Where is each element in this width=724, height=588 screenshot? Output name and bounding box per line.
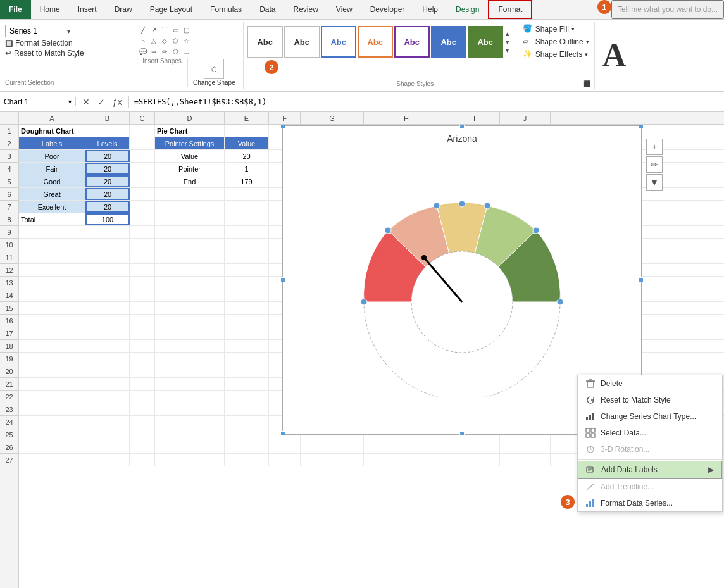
ctx-delete[interactable]: Delete bbox=[578, 375, 722, 392]
row-num-11[interactable]: 11 bbox=[0, 251, 18, 264]
tab-developer[interactable]: Developer bbox=[361, 0, 414, 19]
cell-a9[interactable] bbox=[19, 226, 85, 238]
cell-d4[interactable]: Pointer bbox=[155, 163, 225, 175]
row-num-16[interactable]: 16 bbox=[0, 315, 18, 327]
cell-b5[interactable]: 20 bbox=[85, 175, 130, 187]
shape-custom-btn[interactable]: ⬡ bbox=[170, 46, 180, 56]
cell-c1[interactable] bbox=[130, 125, 155, 137]
cell-a8[interactable]: Total bbox=[19, 213, 85, 225]
change-shape-button[interactable]: ⬡ Change Shape bbox=[187, 58, 240, 87]
cell-b9[interactable] bbox=[85, 226, 130, 238]
name-box[interactable]: Chart 1 ▾ bbox=[0, 97, 76, 106]
chart-handle-ml[interactable] bbox=[280, 277, 285, 282]
shape-star-btn[interactable]: ☆ bbox=[181, 35, 191, 46]
tab-file[interactable]: File bbox=[0, 0, 31, 19]
col-header-b[interactable]: B bbox=[85, 112, 130, 124]
cell-b1[interactable] bbox=[85, 125, 130, 137]
format-selection-button[interactable]: 🔲 Format Selection bbox=[5, 39, 128, 47]
shape-fill-arrow[interactable]: ▾ bbox=[571, 26, 575, 32]
row-num-26[interactable]: 26 bbox=[0, 441, 18, 454]
shape-tri-btn[interactable]: △ bbox=[149, 35, 159, 46]
cell-a6[interactable]: Great bbox=[19, 188, 85, 200]
shape-effects-arrow[interactable]: ▾ bbox=[585, 51, 588, 58]
cell-b7[interactable]: 20 bbox=[85, 201, 130, 213]
cell-e3[interactable]: 20 bbox=[225, 150, 269, 162]
ctx-add-data-labels[interactable]: Add Data Labels ▶ bbox=[578, 461, 722, 479]
tab-design[interactable]: Design bbox=[447, 0, 488, 19]
row-num-4[interactable]: 4 bbox=[0, 163, 18, 175]
ctx-select-data[interactable]: Select Data... bbox=[578, 425, 722, 441]
series-dropdown[interactable]: Series 1 ▾ bbox=[5, 25, 128, 37]
style-swatch-2[interactable]: Abc bbox=[321, 26, 356, 58]
shape-more-btn[interactable]: … bbox=[181, 46, 191, 56]
row-num-5[interactable]: 5 bbox=[0, 175, 18, 188]
col-header-g[interactable]: G bbox=[301, 112, 364, 124]
cell-b3[interactable]: 20 bbox=[85, 150, 130, 162]
col-header-j[interactable]: J bbox=[500, 112, 551, 124]
row-num-1[interactable]: 1 bbox=[0, 125, 18, 137]
styles-scroll-up[interactable]: ▲ bbox=[504, 30, 511, 37]
cell-e4[interactable]: 1 bbox=[225, 163, 269, 175]
shape-outline-arrow[interactable]: ▾ bbox=[586, 39, 589, 45]
row-num-14[interactable]: 14 bbox=[0, 289, 18, 302]
chart-handle-tm[interactable] bbox=[459, 125, 465, 128]
style-swatch-5[interactable]: Abc bbox=[431, 26, 466, 58]
row-num-10[interactable]: 10 bbox=[0, 239, 18, 251]
style-swatch-4[interactable]: Abc bbox=[394, 26, 430, 58]
tab-view[interactable]: View bbox=[327, 0, 361, 19]
chart-add-elements-button[interactable]: + bbox=[646, 139, 663, 155]
chart-handle-mr[interactable] bbox=[639, 277, 644, 282]
row-num-19[interactable]: 19 bbox=[0, 353, 18, 365]
row-num-6[interactable]: 6 bbox=[0, 188, 18, 201]
row-num-20[interactable]: 20 bbox=[0, 365, 18, 378]
cell-a1[interactable]: Doughnut Chart bbox=[19, 125, 85, 137]
tab-page-layout[interactable]: Page Layout bbox=[141, 0, 201, 19]
cell-d7[interactable] bbox=[155, 201, 225, 213]
cell-b6[interactable]: 20 bbox=[85, 188, 130, 200]
chart-handle-tr[interactable] bbox=[639, 125, 644, 128]
style-swatch-0[interactable]: Abc bbox=[247, 26, 283, 58]
cell-d8[interactable] bbox=[155, 213, 225, 225]
cell-e2[interactable]: Value bbox=[225, 137, 269, 149]
chart-style-button[interactable]: ✏ bbox=[646, 156, 663, 173]
shape-styles-expand-icon[interactable]: ⬛ bbox=[583, 80, 590, 87]
row-num-13[interactable]: 13 bbox=[0, 277, 18, 289]
cell-a2[interactable]: Labels bbox=[19, 137, 85, 149]
cell-a3[interactable]: Poor bbox=[19, 150, 85, 162]
shape-effects-button[interactable]: ✨ Shape Effects ▾ bbox=[521, 49, 590, 60]
tell-me-input[interactable]: Tell me what you want to do... bbox=[611, 0, 724, 19]
row-num-17[interactable]: 17 bbox=[0, 327, 18, 340]
cell-a5[interactable]: Good bbox=[19, 175, 85, 187]
row-num-3[interactable]: 3 bbox=[0, 150, 18, 163]
ctx-change-series[interactable]: Change Series Chart Type... bbox=[578, 408, 722, 425]
cell-c2[interactable] bbox=[130, 137, 155, 149]
shape-rect-btn[interactable]: ▭ bbox=[170, 25, 180, 35]
col-header-d[interactable]: D bbox=[155, 112, 225, 124]
col-header-i[interactable]: I bbox=[449, 112, 500, 124]
row-num-24[interactable]: 24 bbox=[0, 416, 18, 428]
cell-c5[interactable] bbox=[130, 175, 155, 187]
chart-handle-tl[interactable] bbox=[280, 125, 285, 128]
cell-e7[interactable] bbox=[225, 201, 269, 213]
tab-draw[interactable]: Draw bbox=[106, 0, 141, 19]
cell-d6[interactable] bbox=[155, 188, 225, 200]
cell-c3[interactable] bbox=[130, 150, 155, 162]
shape-free-btn[interactable]: ✏ bbox=[159, 46, 170, 56]
cell-b4[interactable]: 20 bbox=[85, 163, 130, 175]
tab-help[interactable]: Help bbox=[413, 0, 447, 19]
formula-input[interactable]: =SERIES(,,Sheet1!$B$3:$B$8,1) bbox=[129, 97, 724, 106]
reset-to-match-style-button[interactable]: ↩ Reset to Match Style bbox=[5, 49, 128, 58]
row-num-25[interactable]: 25 bbox=[0, 428, 18, 441]
shape-penta-btn[interactable]: ⬠ bbox=[170, 35, 180, 46]
col-header-c[interactable]: C bbox=[130, 112, 155, 124]
row-num-27[interactable]: 27 bbox=[0, 454, 18, 466]
cell-d3[interactable]: Value bbox=[155, 150, 225, 162]
cell-b8[interactable]: 100 bbox=[85, 213, 130, 225]
tab-insert[interactable]: Insert bbox=[69, 0, 106, 19]
chart-handle-bl[interactable] bbox=[280, 431, 285, 436]
chart-filter-button[interactable]: ▼ bbox=[646, 174, 663, 191]
col-header-e[interactable]: E bbox=[225, 112, 269, 124]
style-swatch-1[interactable]: Abc bbox=[284, 26, 320, 58]
row-num-23[interactable]: 23 bbox=[0, 403, 18, 416]
cell-a7[interactable]: Excellent bbox=[19, 201, 85, 213]
